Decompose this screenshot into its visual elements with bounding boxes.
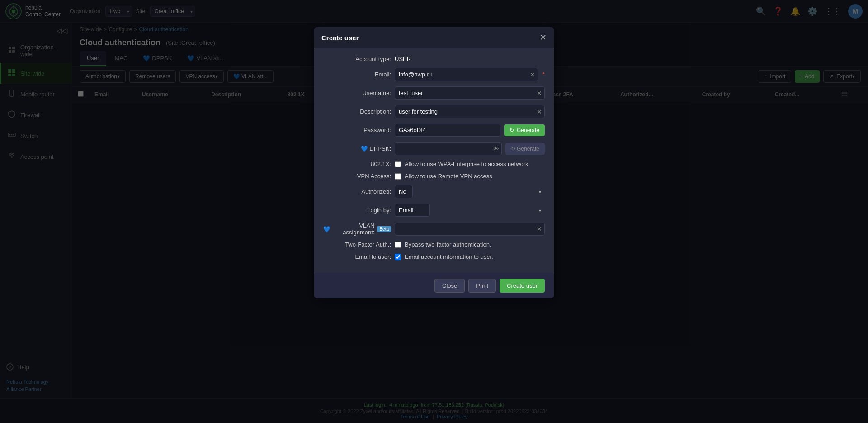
email-required-star: * (542, 71, 545, 78)
password-input-wrap (395, 124, 500, 137)
two-factor-checkbox-row: Bypass two-factor authentication. (395, 241, 491, 248)
create-user-button[interactable]: Create user (500, 279, 545, 293)
vpn-checkbox[interactable] (395, 173, 401, 180)
email-user-checkbox-row: Email account information to user. (395, 253, 493, 260)
dppsk-heart-icon: 💙 (361, 145, 368, 152)
vlan-input[interactable] (395, 223, 545, 236)
account-type-label: Account type: (323, 56, 391, 62)
authorized-select[interactable]: No Yes (395, 185, 413, 198)
generate-dppsk-button: ↻ Generate (505, 143, 545, 155)
vlan-heart-icon2: 💙 (323, 226, 330, 233)
generate-icon: ↻ (509, 127, 514, 133)
login-by-label: Login by: (323, 207, 391, 214)
generate-password-button[interactable]: ↻ Generate (504, 124, 545, 136)
email-user-row: Email to user: Email account information… (323, 253, 545, 260)
two-factor-label: Two-Factor Auth.: (323, 241, 391, 248)
dot1x-checkbox[interactable] (395, 161, 401, 167)
account-type-row: Account type: USER (323, 56, 545, 62)
username-row: Username: ✕ (323, 86, 545, 100)
vlan-beta-badge: Beta (377, 226, 391, 232)
generate-label: Generate (517, 127, 539, 133)
email-user-checkbox[interactable] (395, 254, 401, 260)
username-clear-button[interactable]: ✕ (537, 90, 542, 97)
modal-body: Account type: USER Email: ✕ * Username: … (314, 48, 554, 273)
dot1x-checkbox-label: Allow to use WPA-Enterprise to access ne… (405, 161, 528, 167)
description-input[interactable] (395, 105, 545, 118)
two-factor-checkbox-label: Bypass two-factor authentication. (405, 241, 491, 248)
authorized-label: Authorized: (323, 188, 391, 195)
create-user-modal: Create user ✕ Account type: USER Email: … (314, 27, 554, 298)
dot1x-row: 802.1X: Allow to use WPA-Enterprise to a… (323, 161, 545, 167)
close-button[interactable]: Close (434, 279, 465, 293)
generate-dppsk-icon: ↻ (511, 146, 515, 152)
description-label: Description: (323, 108, 391, 115)
generate-dppsk-label: Generate (517, 146, 539, 152)
two-factor-checkbox[interactable] (395, 242, 401, 248)
dppsk-row: 💙 DPPSK: 👁 ↻ Generate (323, 142, 545, 155)
dppsk-eye-button[interactable]: 👁 (493, 145, 499, 152)
vpn-row: VPN Access: Allow to use Remote VPN acce… (323, 173, 545, 180)
modal-overlay: Create user ✕ Account type: USER Email: … (0, 0, 868, 423)
dppsk-label: 💙 DPPSK: (323, 145, 391, 152)
vpn-checkbox-label: Allow to use Remote VPN access (405, 173, 492, 180)
login-by-select-wrap[interactable]: Email Username (395, 204, 545, 217)
two-factor-row: Two-Factor Auth.: Bypass two-factor auth… (323, 241, 545, 248)
email-row: Email: ✕ * (323, 68, 545, 81)
dot1x-checkbox-row: Allow to use WPA-Enterprise to access ne… (395, 161, 528, 167)
password-label: Password: (323, 127, 391, 133)
vpn-checkbox-row: Allow to use Remote VPN access (395, 173, 492, 180)
modal-footer: Close Print Create user (314, 273, 554, 298)
modal-title: Create user (321, 34, 359, 42)
login-by-select[interactable]: Email Username (395, 204, 430, 217)
vlan-row: 💙 VLAN assignment: Beta ✕ (323, 222, 545, 236)
modal-close-button[interactable]: ✕ (540, 33, 547, 43)
vlan-label-inner: 💙 VLAN assignment: Beta (323, 222, 391, 236)
description-input-wrap: ✕ (395, 105, 545, 118)
print-button[interactable]: Print (468, 279, 496, 293)
account-type-value: USER (395, 56, 411, 62)
email-user-checkbox-label: Email account information to user. (405, 253, 493, 260)
username-input[interactable] (395, 86, 545, 100)
email-input-wrap: ✕ (395, 68, 538, 81)
email-input[interactable] (395, 68, 538, 81)
dppsk-input-wrap: 👁 (395, 142, 502, 155)
authorized-select-wrap[interactable]: No Yes (395, 185, 545, 198)
dot1x-label: 802.1X: (323, 161, 391, 167)
password-row: Password: ↻ Generate (323, 124, 545, 137)
modal-header: Create user ✕ (314, 27, 554, 48)
email-clear-button[interactable]: ✕ (530, 71, 535, 78)
email-label: Email: (323, 71, 391, 78)
vlan-clear-button[interactable]: ✕ (537, 225, 542, 233)
authorized-row: Authorized: No Yes (323, 185, 545, 198)
username-label: Username: (323, 90, 391, 96)
vlan-label-cell: 💙 VLAN assignment: Beta (323, 222, 391, 236)
username-input-wrap: ✕ (395, 86, 545, 100)
description-row: Description: ✕ (323, 105, 545, 118)
login-by-row: Login by: Email Username (323, 204, 545, 217)
description-clear-button[interactable]: ✕ (537, 108, 542, 115)
email-user-label: Email to user: (323, 253, 391, 260)
password-input[interactable] (395, 124, 500, 137)
dppsk-input[interactable] (395, 142, 502, 155)
vpn-label: VPN Access: (323, 173, 391, 180)
vlan-input-wrap: ✕ (395, 223, 545, 236)
